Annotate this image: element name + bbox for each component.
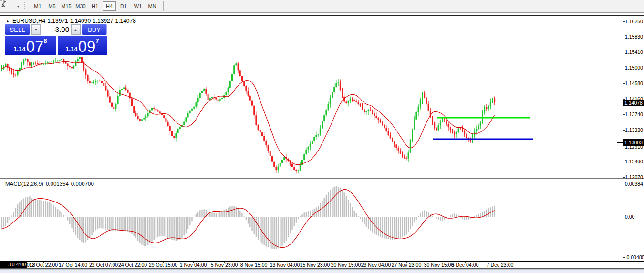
time-axis-label: 29 Oct 15:00	[149, 262, 177, 268]
mt4-terminal-window: ▼ M1M5M15M30H1H4D1W1MN ▲EURUSD,H41.13971…	[0, 0, 644, 273]
indicator-signal-value: 0.000700	[71, 181, 94, 187]
macd-axis-label: -0.004856	[625, 254, 644, 261]
buy-price-sup: 7	[95, 37, 99, 44]
bid-price-badge: 1.14078	[623, 100, 644, 106]
time-axis-label: 17 Oct 14:00	[59, 262, 87, 268]
selected-time-badge: .10 4:00	[0, 262, 27, 268]
candlestick-series	[1, 56, 495, 173]
ohlc-low: 1.13927	[93, 18, 113, 24]
indicator-label: MACD(12,26,9)0.0013540.000700	[5, 181, 96, 187]
price-axis-label: 1.15410	[625, 49, 643, 55]
volume-spinner: ▼ 3.00 ▲	[31, 24, 81, 35]
volume-increase-button[interactable]: ▲	[71, 24, 80, 35]
price-axis-label: 1.15830	[625, 34, 643, 40]
time-axis-label: 12 Oct 22:00	[29, 262, 58, 268]
volume-value[interactable]: 3.00	[41, 24, 71, 35]
ohlc-close: 1.14078	[115, 18, 135, 24]
time-axis-label: 15 Nov 23:00	[300, 262, 330, 268]
window-collapse-icon[interactable]: ▲	[6, 19, 10, 23]
sell-price-prefix: 1.14	[13, 45, 25, 52]
time-axis-label: 30 Nov 15:00	[424, 262, 454, 268]
sell-price-tile[interactable]: 1.14 07 8	[5, 36, 56, 55]
chart-title: ▲EURUSD,H41.139711.140901.139271.14078	[6, 18, 138, 24]
time-axis-label: 5 Dec 04:00	[452, 262, 479, 268]
time-axis-label: 22 Oct 07:00	[89, 262, 118, 268]
price-axis-label: 1.13320	[625, 127, 643, 133]
buy-price-tile[interactable]: 1.14 09 7	[58, 36, 107, 55]
macd-axis-label: 0.003847	[625, 181, 644, 187]
time-axis-label: 7 Dec 23:00	[487, 262, 514, 268]
price-axis-label: 1.14580	[625, 81, 643, 87]
ohlc-open: 1.13971	[47, 18, 68, 24]
price-axis-label: 1.13740	[625, 111, 643, 118]
macd-axis-label: 0.00	[625, 214, 634, 220]
time-axis-label: 20 Nov 15:00	[331, 262, 361, 268]
sell-price-sup: 8	[43, 37, 47, 44]
ohlc-high: 1.14090	[70, 18, 91, 24]
price-axis-label: 1.12490	[625, 159, 643, 165]
volume-decrease-button[interactable]: ▼	[31, 24, 41, 35]
symbol-period-label: EURUSD,H4	[12, 18, 45, 24]
price-axis-label: 1.16250	[625, 19, 643, 25]
price-axis-label: 1.12070	[625, 174, 643, 181]
moving-average-line	[2, 61, 495, 165]
sell-button[interactable]: SELL	[5, 24, 30, 35]
one-click-trading-panel: SELL ▼ 3.00 ▲ BUY 1.14 07 8 1.14 09 7	[5, 24, 107, 55]
indicator-value: 0.001354	[46, 181, 69, 187]
sell-price-big: 07	[26, 40, 44, 54]
price-axis-label: 1.15000	[625, 65, 643, 71]
level-price-badge: 1.13003	[623, 139, 644, 146]
time-axis-label: 5 Nov 23:00	[211, 262, 238, 268]
buy-button[interactable]: BUY	[82, 24, 107, 35]
time-axis-label: 23 Nov 04:00	[361, 262, 391, 268]
time-axis-label: 24 Oct 22:00	[118, 262, 147, 268]
time-axis-label: 13 Nov 04:00	[270, 262, 300, 268]
time-axis-label: 8 Nov 15:00	[240, 262, 268, 268]
buy-price-prefix: 1.14	[65, 45, 77, 52]
indicator-name: MACD(12,26,9)	[5, 181, 43, 187]
buy-price-big: 09	[78, 40, 96, 54]
time-axis-label: 1 Nov 04:00	[180, 262, 207, 268]
time-axis-label: 27 Nov 23:00	[392, 262, 421, 268]
macd-histogram	[1, 186, 495, 249]
